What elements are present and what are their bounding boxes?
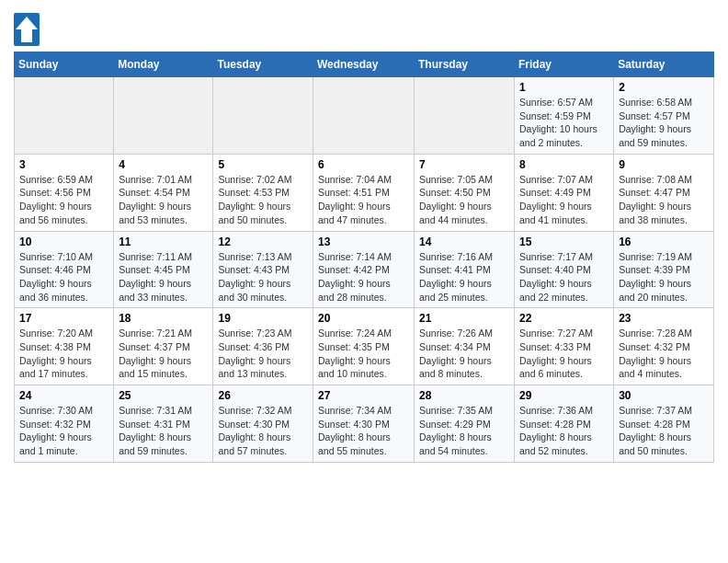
calendar-table: SundayMondayTuesdayWednesdayThursdayFrid…	[14, 52, 714, 463]
calendar-cell: 18Sunrise: 7:21 AM Sunset: 4:37 PM Dayli…	[114, 308, 213, 385]
day-info: Sunrise: 7:21 AM Sunset: 4:37 PM Dayligh…	[119, 327, 208, 381]
day-info: Sunrise: 7:26 AM Sunset: 4:34 PM Dayligh…	[419, 327, 509, 381]
calendar-cell: 19Sunrise: 7:23 AM Sunset: 4:36 PM Dayli…	[213, 308, 313, 385]
day-number: 2	[619, 81, 709, 94]
week-row-4: 17Sunrise: 7:20 AM Sunset: 4:38 PM Dayli…	[15, 308, 714, 385]
header-monday: Monday	[114, 52, 213, 77]
day-number: 9	[619, 158, 709, 171]
day-info: Sunrise: 7:17 AM Sunset: 4:40 PM Dayligh…	[519, 250, 609, 304]
calendar-cell: 26Sunrise: 7:32 AM Sunset: 4:30 PM Dayli…	[213, 385, 313, 463]
day-info: Sunrise: 7:36 AM Sunset: 4:28 PM Dayligh…	[519, 404, 609, 458]
week-row-5: 24Sunrise: 7:30 AM Sunset: 4:32 PM Dayli…	[15, 385, 714, 463]
day-info: Sunrise: 7:28 AM Sunset: 4:32 PM Dayligh…	[619, 327, 709, 381]
day-info: Sunrise: 6:59 AM Sunset: 4:56 PM Dayligh…	[19, 173, 108, 227]
week-row-3: 10Sunrise: 7:10 AM Sunset: 4:46 PM Dayli…	[15, 231, 714, 308]
day-number: 17	[19, 312, 108, 325]
calendar-cell: 9Sunrise: 7:08 AM Sunset: 4:47 PM Daylig…	[614, 154, 714, 231]
day-info: Sunrise: 7:31 AM Sunset: 4:31 PM Dayligh…	[119, 404, 208, 458]
day-number: 19	[218, 312, 308, 325]
day-info: Sunrise: 7:10 AM Sunset: 4:46 PM Dayligh…	[19, 250, 108, 304]
calendar-cell: 27Sunrise: 7:34 AM Sunset: 4:30 PM Dayli…	[313, 385, 415, 463]
calendar-cell: 23Sunrise: 7:28 AM Sunset: 4:32 PM Dayli…	[614, 308, 714, 385]
calendar-cell: 15Sunrise: 7:17 AM Sunset: 4:40 PM Dayli…	[515, 231, 614, 308]
day-number: 24	[19, 389, 108, 402]
calendar-cell	[415, 77, 515, 155]
day-number: 16	[619, 236, 709, 248]
day-info: Sunrise: 7:07 AM Sunset: 4:49 PM Dayligh…	[519, 173, 609, 227]
day-info: Sunrise: 7:01 AM Sunset: 4:54 PM Dayligh…	[119, 173, 208, 227]
day-number: 6	[318, 158, 409, 171]
calendar-cell: 3Sunrise: 6:59 AM Sunset: 4:56 PM Daylig…	[15, 154, 114, 231]
calendar-cell: 16Sunrise: 7:19 AM Sunset: 4:39 PM Dayli…	[614, 231, 714, 308]
calendar-cell: 25Sunrise: 7:31 AM Sunset: 4:31 PM Dayli…	[114, 385, 213, 463]
day-number: 5	[218, 158, 308, 171]
header-sunday: Sunday	[15, 52, 114, 77]
day-number: 7	[419, 158, 509, 171]
calendar-cell	[213, 77, 313, 155]
calendar-cell: 10Sunrise: 7:10 AM Sunset: 4:46 PM Dayli…	[15, 231, 114, 308]
day-info: Sunrise: 7:13 AM Sunset: 4:43 PM Dayligh…	[218, 250, 308, 304]
week-row-2: 3Sunrise: 6:59 AM Sunset: 4:56 PM Daylig…	[15, 154, 714, 231]
calendar-cell: 2Sunrise: 6:58 AM Sunset: 4:57 PM Daylig…	[614, 77, 714, 155]
day-number: 10	[19, 236, 108, 248]
calendar-cell: 21Sunrise: 7:26 AM Sunset: 4:34 PM Dayli…	[415, 308, 515, 385]
calendar-cell: 17Sunrise: 7:20 AM Sunset: 4:38 PM Dayli…	[15, 308, 114, 385]
day-number: 25	[119, 389, 208, 402]
day-info: Sunrise: 7:37 AM Sunset: 4:28 PM Dayligh…	[619, 404, 709, 458]
day-number: 13	[318, 236, 409, 248]
header-friday: Friday	[515, 52, 614, 77]
calendar-cell: 30Sunrise: 7:37 AM Sunset: 4:28 PM Dayli…	[614, 385, 714, 463]
day-info: Sunrise: 7:24 AM Sunset: 4:35 PM Dayligh…	[318, 327, 409, 381]
day-info: Sunrise: 7:04 AM Sunset: 4:51 PM Dayligh…	[318, 173, 409, 227]
calendar-cell: 29Sunrise: 7:36 AM Sunset: 4:28 PM Dayli…	[515, 385, 614, 463]
calendar-cell: 7Sunrise: 7:05 AM Sunset: 4:50 PM Daylig…	[415, 154, 515, 231]
day-info: Sunrise: 7:19 AM Sunset: 4:39 PM Dayligh…	[619, 250, 709, 304]
day-info: Sunrise: 7:32 AM Sunset: 4:30 PM Dayligh…	[218, 404, 308, 458]
day-info: Sunrise: 7:34 AM Sunset: 4:30 PM Dayligh…	[318, 404, 409, 458]
day-info: Sunrise: 7:30 AM Sunset: 4:32 PM Dayligh…	[19, 404, 108, 458]
logo	[14, 13, 43, 46]
day-number: 14	[419, 236, 509, 248]
day-number: 15	[519, 236, 609, 248]
day-number: 29	[519, 389, 609, 402]
header-wednesday: Wednesday	[313, 52, 415, 77]
day-info: Sunrise: 7:23 AM Sunset: 4:36 PM Dayligh…	[218, 327, 308, 381]
day-number: 28	[419, 389, 509, 402]
logo-icon	[14, 13, 40, 46]
day-number: 4	[119, 158, 208, 171]
day-number: 30	[619, 389, 709, 402]
calendar-cell: 22Sunrise: 7:27 AM Sunset: 4:33 PM Dayli…	[515, 308, 614, 385]
day-number: 3	[19, 158, 108, 171]
day-info: Sunrise: 7:02 AM Sunset: 4:53 PM Dayligh…	[218, 173, 308, 227]
calendar-cell	[15, 77, 114, 155]
day-info: Sunrise: 7:35 AM Sunset: 4:29 PM Dayligh…	[419, 404, 509, 458]
day-info: Sunrise: 6:58 AM Sunset: 4:57 PM Dayligh…	[619, 96, 709, 150]
day-info: Sunrise: 7:16 AM Sunset: 4:41 PM Dayligh…	[419, 250, 509, 304]
calendar-cell: 28Sunrise: 7:35 AM Sunset: 4:29 PM Dayli…	[415, 385, 515, 463]
day-info: Sunrise: 7:14 AM Sunset: 4:42 PM Dayligh…	[318, 250, 409, 304]
calendar-cell: 24Sunrise: 7:30 AM Sunset: 4:32 PM Dayli…	[15, 385, 114, 463]
header	[14, 9, 714, 46]
calendar-cell: 12Sunrise: 7:13 AM Sunset: 4:43 PM Dayli…	[213, 231, 313, 308]
day-number: 20	[318, 312, 409, 325]
day-number: 23	[619, 312, 709, 325]
calendar-cell	[114, 77, 213, 155]
header-row: SundayMondayTuesdayWednesdayThursdayFrid…	[15, 52, 714, 77]
calendar-cell: 1Sunrise: 6:57 AM Sunset: 4:59 PM Daylig…	[515, 77, 614, 155]
day-number: 27	[318, 389, 409, 402]
day-number: 12	[218, 236, 308, 248]
header-tuesday: Tuesday	[213, 52, 313, 77]
header-saturday: Saturday	[614, 52, 714, 77]
day-number: 1	[519, 81, 609, 94]
calendar-cell: 5Sunrise: 7:02 AM Sunset: 4:53 PM Daylig…	[213, 154, 313, 231]
day-number: 22	[519, 312, 609, 325]
day-info: Sunrise: 7:20 AM Sunset: 4:38 PM Dayligh…	[19, 327, 108, 381]
day-number: 18	[119, 312, 208, 325]
day-info: Sunrise: 7:05 AM Sunset: 4:50 PM Dayligh…	[419, 173, 509, 227]
day-number: 26	[218, 389, 308, 402]
calendar-cell: 20Sunrise: 7:24 AM Sunset: 4:35 PM Dayli…	[313, 308, 415, 385]
header-thursday: Thursday	[415, 52, 515, 77]
calendar-cell: 14Sunrise: 7:16 AM Sunset: 4:41 PM Dayli…	[415, 231, 515, 308]
week-row-1: 1Sunrise: 6:57 AM Sunset: 4:59 PM Daylig…	[15, 77, 714, 155]
day-number: 21	[419, 312, 509, 325]
